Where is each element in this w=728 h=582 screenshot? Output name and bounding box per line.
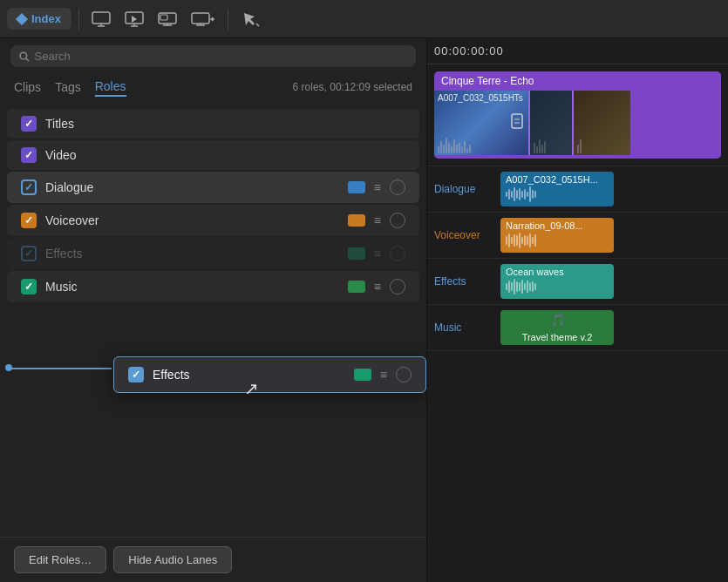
role-item-video[interactable]: ✓ Video [7,140,419,170]
video-clip-title: Cinque Terre - Echo [441,75,534,87]
timeline-body[interactable]: Cinque Terre - Echo A007_C032_0515HTs [427,64,728,582]
left-panel: Clips Tags Roles 6 roles, 00:12:09 selec… [0,38,427,582]
video-track: Cinque Terre - Echo A007_C032_0515HTs [427,64,728,166]
drag-color-effects[interactable] [354,369,371,381]
edit-roles-button[interactable]: Edit Roles… [14,546,106,573]
tab-tags[interactable]: Tags [55,78,81,96]
checkbox-titles: ✓ [21,116,37,132]
search-icon [19,51,30,62]
role-label-effects: Effects [45,247,339,261]
drag-circle-effects[interactable] [396,367,412,382]
lane-label-effects: Effects [427,259,497,304]
lane-content-effects: Ocean waves [497,259,728,304]
effects-clip[interactable]: Ocean waves [500,264,614,299]
checkbox-effects: ✓ [21,246,37,261]
effects-waveform [506,277,609,296]
timecode-display: 00:00:00:00 [434,44,504,58]
search-input[interactable] [35,50,407,63]
role-item-voiceover[interactable]: ✓ Voiceover ≡ [7,205,419,236]
lane-content-voiceover: Narration_09-08... [497,213,728,258]
music-clip[interactable]: 🎵 Travel theme v.2 [500,310,614,345]
lane-color-dialogue[interactable] [348,181,365,193]
clip1-label: A007_C032_0515HTs [438,93,523,103]
checkbox-dialogue: ✓ [21,179,37,195]
lane-circle-dialogue[interactable] [390,179,405,195]
tab-clips[interactable]: Clips [14,78,41,96]
role-item-music[interactable]: ✓ Music ≡ [7,271,419,302]
tab-info: 6 roles, 00:12:09 selected [293,81,412,93]
lane-label-voiceover: Voiceover [427,213,497,258]
monitor-chevron-btn[interactable] [186,8,221,30]
lane-label-dialogue: Dialogue [427,166,497,212]
svg-rect-4 [192,13,209,24]
dialogue-clip-label: A007_C032_0515H... [506,174,609,185]
lane-menu-effects[interactable]: ≡ [372,245,383,262]
lane-color-effects[interactable] [348,247,365,260]
audio-lane-dialogue: Dialogue A007_C032_0515H... [427,166,728,213]
checkbox-music: ✓ [21,279,37,294]
toolbar-separator-2 [228,9,228,30]
drag-menu-effects[interactable]: ≡ [378,366,389,383]
search-bar [0,38,426,74]
svg-rect-0 [92,12,110,24]
drag-checkbox-effects: ✓ [128,367,144,382]
voiceover-clip-label: Narration_09-08... [506,220,609,231]
role-item-dialogue[interactable]: ✓ Dialogue ≡ [7,172,419,203]
lane-circle-effects[interactable] [390,246,405,261]
arrow-tool-btn[interactable] [235,8,265,30]
search-input-wrap [10,45,416,67]
checkbox-voiceover: ✓ [21,213,37,228]
drag-overlay-effects[interactable]: ✓ Effects ≡ [113,356,426,393]
drag-actions-effects: ≡ [354,366,412,383]
checkbox-video: ✓ [21,147,37,163]
monitor-icon-3[interactable] [153,8,182,30]
lane-content-music: 🎵 Travel theme v.2 [497,305,728,350]
role-label-voiceover: Voiceover [45,213,339,227]
role-label-titles: Titles [45,117,405,131]
timeline-header: 00:00:00:00 [427,38,728,64]
role-label-dialogue: Dialogue [45,180,339,194]
music-clip-label: Travel theme v.2 [522,332,593,342]
lane-circle-voiceover[interactable] [390,213,405,228]
role-actions-music: ≡ [348,278,405,295]
monitor-icon-1[interactable] [86,8,116,30]
dialogue-waveform [506,185,609,204]
voiceover-clip[interactable]: Narration_09-08... [500,218,614,253]
role-label-music: Music [45,280,339,294]
lane-menu-music[interactable]: ≡ [372,278,383,295]
lane-color-music[interactable] [348,281,365,293]
role-actions-voiceover: ≡ [348,212,405,229]
voiceover-waveform [506,231,609,250]
index-label: Index [31,12,61,25]
role-actions-effects: ≡ [348,245,405,262]
monitor-icon-2[interactable] [119,8,149,30]
music-clip-icon: 🎵 [550,313,565,327]
diamond-icon [16,12,28,24]
lane-menu-voiceover[interactable]: ≡ [372,212,383,229]
effects-clip-label: Ocean waves [506,267,609,277]
role-item-effects[interactable]: ✓ Effects ≡ [7,238,419,269]
audio-lane-music: Music 🎵 Travel theme v.2 [427,305,728,351]
svg-rect-3 [160,15,167,20]
toolbar-separator [78,9,79,30]
svg-rect-6 [512,114,522,128]
audio-lane-effects: Effects Ocean waves [427,259,728,305]
tabs-row: Clips Tags Roles 6 roles, 00:12:09 selec… [0,74,426,104]
index-button[interactable]: Index [7,8,71,30]
role-item-titles[interactable]: ✓ Titles [7,109,419,139]
lane-circle-music[interactable] [390,279,405,294]
hide-audio-lanes-button[interactable]: Hide Audio Lanes [113,546,232,573]
lane-menu-dialogue[interactable]: ≡ [372,179,383,196]
role-label-video: Video [45,148,405,162]
lane-color-voiceover[interactable] [348,214,365,227]
main-layout: Clips Tags Roles 6 roles, 00:12:09 selec… [0,38,728,582]
right-panel: 00:00:00:00 Cinque Terre - Echo A007_C03… [427,38,728,582]
drag-label-effects: Effects [153,368,345,382]
roles-list: ✓ Titles ✓ Video ✓ Dialogue ≡ ✓ [0,104,426,537]
dialogue-clip[interactable]: A007_C032_0515H... [500,172,614,206]
toolbar: Index [0,0,728,38]
audio-lane-voiceover: Voiceover Narration_09-08... [427,213,728,259]
bottom-bar: Edit Roles… Hide Audio Lanes [0,537,426,582]
tab-roles[interactable]: Roles [95,78,126,97]
lane-label-music: Music [427,305,497,350]
